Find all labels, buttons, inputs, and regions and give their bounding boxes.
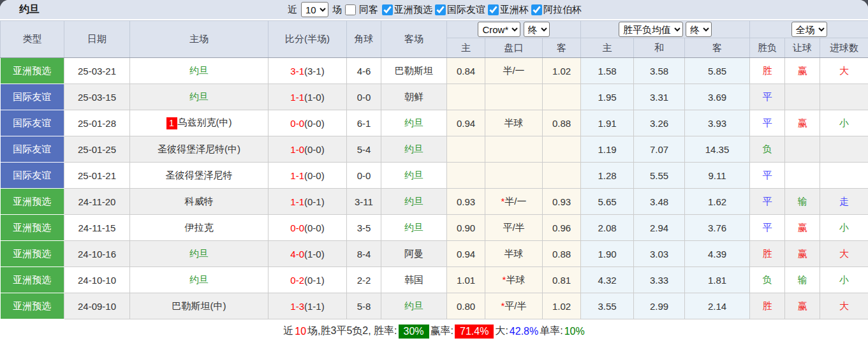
home-team-link[interactable]: 乌兹别克(中) [178, 117, 232, 128]
euro-away-odds: 1.81 [685, 267, 750, 293]
competition-type-badge: 亚洲预选 [1, 241, 64, 267]
result-cell: 胜 [750, 58, 785, 84]
summary-count: 10 [295, 326, 306, 337]
match-date: 25-03-15 [64, 84, 130, 110]
home-team-cell: 约旦 [130, 241, 268, 267]
euro-away-odds: 3.69 [685, 84, 750, 110]
col-header-date: 日期 [64, 21, 130, 58]
competition-checkbox-asian-cup[interactable] [488, 4, 499, 15]
goals-result-cell: 走 [820, 189, 868, 215]
euro-draw-odds: 3.31 [634, 84, 685, 110]
col-header-eu-away: 客 [685, 38, 750, 58]
competition-checkbox-asian-qualifiers[interactable] [382, 4, 393, 15]
big-rate-value: 42.8% [510, 326, 538, 337]
ah-line-cell: 半球 [485, 241, 543, 267]
handicap-rate-label: 赢率: [430, 325, 453, 338]
away-team-link[interactable]: 韩国 [404, 274, 423, 285]
home-team-link[interactable]: 科威特 [185, 196, 214, 207]
goals-result-cell: 小 [820, 110, 868, 136]
ah-line-cell: 平/半 [485, 215, 543, 241]
bookmaker-select[interactable]: Crow* [478, 22, 520, 37]
ah-home-odds: 0.90 [447, 215, 485, 241]
score-cell: 1-0(0-0) [268, 136, 347, 163]
away-team-link[interactable]: 朝鲜 [404, 91, 423, 102]
ah-line: 半/一 [503, 65, 524, 76]
score-cell: 0-0(0-0) [268, 215, 347, 241]
goals-result-cell: 小 [820, 215, 868, 241]
euro-odds-dropdowns-cell: 胜平负均值 终 [581, 21, 750, 38]
match-date: 25-03-21 [64, 58, 130, 84]
result-cell: 平 [750, 84, 785, 110]
euro-away-odds: 3.93 [685, 110, 750, 136]
euro-away-odds: 5.85 [685, 58, 750, 84]
ah-line-cell: *平/半 [485, 293, 543, 319]
ah-line: 半球 [504, 117, 524, 128]
home-team-link[interactable]: 圣彼得堡泽尼特(中) [158, 143, 240, 154]
euro-home-odds: 1.19 [581, 136, 634, 163]
handicap-result-cell [785, 136, 820, 163]
away-team-link[interactable]: 约旦 [404, 222, 423, 233]
ah-away-odds [543, 163, 581, 189]
halftime-score: (3-1) [304, 66, 325, 77]
ah-line: 半球 [504, 248, 524, 259]
euro-home-odds: 1.91 [581, 110, 634, 136]
odds-average-select[interactable]: 胜平负均值 [619, 22, 683, 37]
away-team-link[interactable]: 约旦 [404, 170, 423, 180]
handicap-result-cell: 赢 [785, 215, 820, 241]
corner-count: 6-1 [347, 110, 381, 136]
ah-away-odds: 1.02 [543, 58, 581, 84]
away-team-cell: 约旦 [381, 110, 447, 136]
matches-tbody: 亚洲预选 25-03-21 约旦 3-1(3-1) 4-6 巴勒斯坦 0.84 … [1, 58, 868, 319]
recent-count-select[interactable]: 10 [301, 2, 328, 17]
competition-checkbox-friendly[interactable] [435, 4, 446, 15]
home-team-link[interactable]: 圣彼得堡泽尼特 [166, 170, 233, 180]
away-team-cell: 约旦 [381, 136, 447, 163]
home-team-link[interactable]: 约旦 [189, 248, 209, 259]
handicap-result-cell [785, 84, 820, 110]
result-cell: 平 [750, 189, 785, 215]
fulltime-score: 3-1 [290, 66, 304, 77]
team-title: 约旦 [19, 3, 40, 17]
competition-filter: 亚洲预选 [381, 4, 432, 16]
away-team-link[interactable]: 约旦 [404, 300, 423, 311]
ah-away-odds: 0.96 [543, 215, 581, 241]
ah-home-odds [447, 84, 485, 110]
home-team-link[interactable]: 巴勒斯坦(中) [172, 300, 226, 311]
handicap-rate-badge: 71.4% [455, 325, 494, 339]
summary-bar: 近10场,胜3平5负2, 胜率: 30% 赢率: 71.4% 大:42.8% 单… [0, 319, 868, 343]
away-team-link[interactable]: 巴勒斯坦 [395, 65, 433, 76]
score-cell: 0-2(0-1) [268, 267, 347, 293]
competition-type-badge: 国际友谊 [1, 110, 64, 136]
halftime-score: (0-0) [304, 144, 325, 155]
halftime-score: (0-1) [304, 275, 325, 286]
match-row: 国际友谊 25-03-15 约旦 1-1(1-0) 0-0 朝鲜 1.95 3.… [1, 84, 868, 110]
summary-prefix: 近 [283, 325, 293, 338]
match-row: 亚洲预选 24-11-20 科威特 1-1(0-1) 3-11 约旦 0.93 … [1, 189, 868, 215]
scope-select[interactable]: 全场 [791, 22, 827, 37]
match-row: 亚洲预选 25-03-21 约旦 3-1(3-1) 4-6 巴勒斯坦 0.84 … [1, 58, 868, 84]
ah-line: 半球 [506, 274, 525, 285]
away-team-link[interactable]: 约旦 [404, 117, 423, 128]
away-team-link[interactable]: 约旦 [404, 196, 423, 207]
bookmaker-time-select[interactable]: 终 [524, 22, 550, 37]
match-date: 25-01-21 [64, 163, 130, 189]
home-team-link[interactable]: 约旦 [189, 91, 209, 102]
goals-result-cell: 大 [820, 58, 868, 84]
odds-time-select[interactable]: 终 [686, 22, 712, 37]
handicap-result-cell: 输 [785, 267, 820, 293]
ah-home-odds: 0.84 [447, 58, 485, 84]
euro-draw-odds: 3.58 [634, 58, 685, 84]
ah-away-odds: 0.88 [543, 110, 581, 136]
away-team-link[interactable]: 约旦 [404, 143, 423, 154]
fulltime-score: 1-1 [290, 196, 304, 207]
same-away-checkbox[interactable] [345, 4, 356, 15]
competition-type-badge: 亚洲预选 [1, 189, 64, 215]
col-header-result: 胜负 [750, 38, 785, 58]
home-team-link[interactable]: 约旦 [189, 274, 209, 285]
home-team-link[interactable]: 约旦 [189, 65, 209, 76]
competition-checkbox-arab-cup[interactable] [531, 4, 542, 15]
home-team-link[interactable]: 伊拉克 [185, 222, 214, 233]
euro-home-odds: 1.90 [581, 241, 634, 267]
away-team-link[interactable]: 阿曼 [404, 248, 423, 259]
col-header-home: 主场 [130, 21, 268, 58]
